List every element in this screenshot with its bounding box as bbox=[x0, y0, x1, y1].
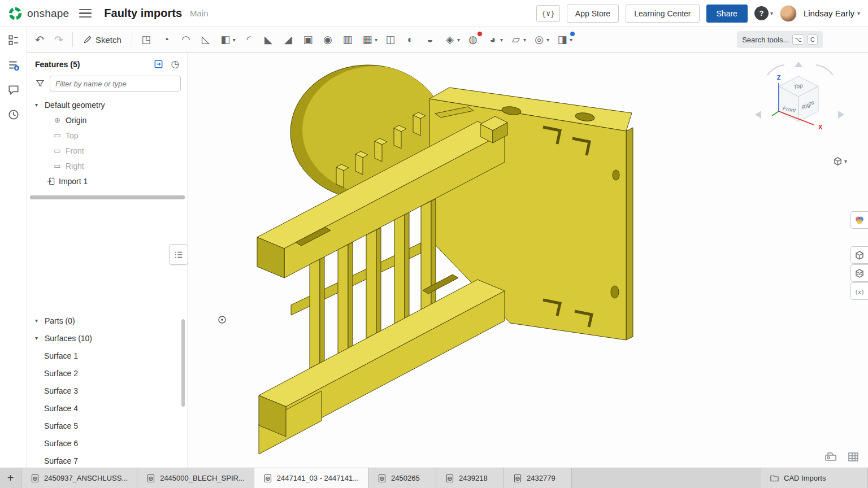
rollback-history-button[interactable]: ◷ bbox=[170, 59, 181, 70]
add-tab-button[interactable]: + bbox=[0, 468, 21, 488]
document-tab[interactable]: 2432779 bbox=[504, 468, 572, 488]
color-appearance-button[interactable] bbox=[850, 211, 868, 229]
surfaces-scrollbar[interactable] bbox=[181, 319, 185, 407]
tool-hole-button[interactable]: ◉ bbox=[319, 32, 336, 47]
tool-shell-button[interactable]: ▣ bbox=[300, 32, 316, 47]
display-states-button[interactable] bbox=[850, 246, 868, 264]
tool-thicken-button[interactable]: ◧ ▾ bbox=[217, 32, 237, 47]
main-menu-icon[interactable] bbox=[79, 9, 92, 18]
tool-glyph: ◠ bbox=[179, 33, 193, 46]
tool-draft-button[interactable]: ◢ bbox=[280, 32, 297, 47]
model-lower-rail[interactable] bbox=[259, 274, 505, 454]
section-view-button[interactable] bbox=[850, 264, 868, 282]
surface-item[interactable]: Surface 1 bbox=[27, 347, 188, 364]
versions-history-button[interactable] bbox=[7, 108, 20, 121]
feature-import-1[interactable]: Import 1 bbox=[27, 173, 188, 189]
graphics-viewport[interactable]: Top Front Right Z X ▾ bbox=[188, 53, 868, 468]
tool-rib-button[interactable]: ▥ bbox=[339, 32, 356, 47]
caret-down-icon: ▾ bbox=[500, 37, 503, 43]
tool-linear-pattern-button[interactable]: ▦ ▾ bbox=[359, 32, 379, 47]
tool-glyph: ◎ bbox=[532, 33, 546, 46]
document-tab[interactable]: 2445000_BLECH_SPIR... bbox=[137, 468, 254, 488]
view-cube[interactable]: Top Front Right Z X ▾ bbox=[750, 59, 852, 172]
app-store-button[interactable]: App Store bbox=[567, 5, 619, 23]
help-menu-button[interactable]: ? ▾ bbox=[754, 6, 773, 20]
feature-origin[interactable]: ⊕ Origin bbox=[27, 112, 188, 128]
chevron-down-icon: ▾ bbox=[35, 335, 41, 341]
insert-feature-button[interactable] bbox=[153, 59, 164, 70]
caret-down-icon: ▾ bbox=[770, 10, 773, 16]
onshape-brand[interactable]: onshape bbox=[8, 6, 69, 21]
learning-center-button[interactable]: Learning Center bbox=[626, 5, 699, 23]
document-tab[interactable]: 2450265 bbox=[368, 468, 436, 488]
variables-button[interactable]: (x) bbox=[850, 282, 868, 300]
featurescript-button[interactable]: {∨} bbox=[536, 5, 559, 22]
tool-mirror-button[interactable]: ◫ bbox=[382, 32, 399, 47]
display-settings-button[interactable] bbox=[824, 451, 837, 463]
tool-modify-fillet-button[interactable]: ◕ ▾ bbox=[484, 32, 505, 47]
surface-item[interactable]: Surface 5 bbox=[27, 417, 188, 434]
tool-sheet-metal-button[interactable]: ◨ ▾ bbox=[554, 32, 574, 47]
surface-item[interactable]: Surface 7 bbox=[27, 452, 188, 469]
share-button[interactable]: Share bbox=[706, 5, 748, 23]
tool-boolean-button[interactable]: ◐ bbox=[402, 32, 419, 47]
origin-marker[interactable] bbox=[219, 316, 225, 323]
tool-transform-button[interactable]: ◈ ▾ bbox=[441, 32, 462, 47]
tool-split-button[interactable]: ◒ bbox=[422, 32, 439, 47]
surface-item[interactable]: Surface 3 bbox=[27, 382, 188, 399]
caret-down-icon: ▾ bbox=[233, 37, 236, 43]
import-icon bbox=[46, 177, 55, 186]
tool-glyph: ▦ bbox=[361, 33, 374, 46]
surface-item[interactable]: Surface 6 bbox=[27, 434, 188, 452]
tab-label: 2450265 bbox=[391, 474, 420, 482]
feature-front[interactable]: ▭ Front bbox=[27, 143, 188, 158]
surfaces-node[interactable]: ▾ Surfaces (10) bbox=[27, 329, 188, 347]
folder-tab[interactable]: CAD Imports bbox=[761, 468, 868, 488]
grid-settings-button[interactable] bbox=[847, 451, 860, 463]
surface-item[interactable]: Surface 4 bbox=[27, 399, 188, 417]
tool-delete-part-button[interactable]: ◍ bbox=[465, 32, 481, 47]
tool-loft-button[interactable]: ◺ bbox=[197, 32, 214, 47]
feature-top[interactable]: ▭ Top bbox=[27, 128, 188, 143]
default-geometry-node[interactable]: ▾ Default geometry bbox=[27, 97, 188, 112]
feature-list-toggle[interactable] bbox=[7, 34, 20, 46]
brand-name: onshape bbox=[27, 7, 69, 20]
tool-revolve-button[interactable]: ◔ bbox=[158, 32, 175, 47]
tool-fillet-button[interactable]: ◜ bbox=[240, 32, 257, 47]
tool-glyph: ◨ bbox=[555, 33, 569, 46]
tool-chamfer-button[interactable]: ◣ bbox=[260, 32, 277, 47]
user-menu-button[interactable]: Lindsay Early ▾ bbox=[804, 8, 860, 18]
parts-node[interactable]: ▾ Parts (0) bbox=[27, 312, 188, 329]
tool-sweep-button[interactable]: ◠ bbox=[177, 32, 194, 47]
document-tab[interactable]: 2447141_03 - 2447141... bbox=[254, 468, 368, 488]
document-tab[interactable]: 2450937_ANSCHLUSS... bbox=[21, 468, 137, 488]
undo-button[interactable]: ↶ bbox=[32, 33, 47, 46]
panel-collapse-handle[interactable] bbox=[169, 244, 188, 265]
feature-right[interactable]: ▭ Right bbox=[27, 158, 188, 173]
panel-splitter-handle[interactable] bbox=[30, 195, 185, 199]
tool-plane-button[interactable]: ▱ ▾ bbox=[507, 32, 528, 47]
workspace-name[interactable]: Main bbox=[190, 8, 209, 18]
surfaces-list: Surface 1 Surface 2 Surface 3 Surface 4 … bbox=[27, 347, 188, 469]
features-panel-header: Features (5) ◷ bbox=[27, 53, 188, 73]
insert-item-button[interactable] bbox=[7, 59, 20, 71]
tool-helix-button[interactable]: ◎ ▾ bbox=[531, 32, 551, 47]
tab-label: CAD Imports bbox=[784, 474, 826, 482]
comments-button[interactable] bbox=[7, 84, 20, 96]
redo-button[interactable]: ↷ bbox=[51, 33, 67, 46]
document-title: Faulty imports bbox=[104, 7, 182, 20]
sketch-button[interactable]: Sketch bbox=[79, 33, 126, 47]
user-avatar[interactable] bbox=[780, 5, 797, 22]
document-tab[interactable]: 2439218 bbox=[436, 468, 504, 488]
feature-filter-input[interactable] bbox=[50, 76, 181, 91]
tool-glyph: ◒ bbox=[423, 34, 437, 46]
surface-item[interactable]: Surface 2 bbox=[27, 364, 188, 382]
tool-glyph: ◧ bbox=[219, 33, 232, 46]
tool-extrude-button[interactable]: ◳ bbox=[138, 32, 155, 47]
caret-down-icon: ▾ bbox=[523, 37, 526, 43]
view-menu-button[interactable]: ▾ bbox=[833, 156, 847, 166]
tab-label: 2439218 bbox=[459, 474, 488, 482]
cube-icon bbox=[854, 250, 865, 260]
geometry-label: Origin bbox=[66, 116, 86, 125]
search-tools-input[interactable]: Search tools... ⌥ C bbox=[737, 31, 823, 48]
